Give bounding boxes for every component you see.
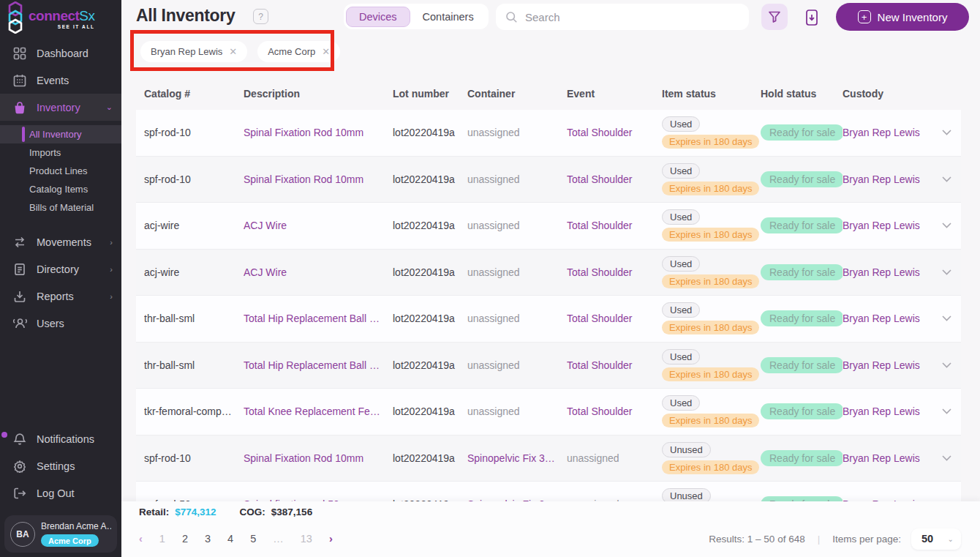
cell-event[interactable]: Total Shoulder [567, 220, 662, 231]
cell-description-link[interactable]: ACJ Wire [244, 220, 393, 231]
table-row[interactable]: tkr-femoral-comp… Total Knee Replacement… [136, 389, 961, 435]
sidebar-item-log-out[interactable]: Log Out [0, 479, 121, 506]
sidebar-item-users[interactable]: Users [0, 310, 121, 337]
sidebar-item-bills-of-material[interactable]: Bills of Material [0, 198, 121, 217]
row-expand-chevron-icon[interactable] [932, 315, 961, 321]
expiry-badge: Expires in 180 days [662, 367, 759, 381]
expiry-badge: Expires in 180 days [662, 321, 759, 334]
page-button-3[interactable]: 3 [205, 533, 211, 545]
row-expand-chevron-icon[interactable] [932, 223, 961, 228]
sidebar-item-dashboard[interactable]: Dashboard [0, 40, 121, 67]
search-input[interactable] [525, 11, 730, 23]
cell-event[interactable]: Total Shoulder [567, 173, 662, 185]
cell-event[interactable]: Total Shoulder [567, 359, 662, 371]
page-prev-button[interactable]: ‹ [139, 533, 143, 545]
sidebar-item-movements[interactable]: Movements › [0, 228, 121, 255]
sidebar-item-directory[interactable]: Directory › [0, 255, 121, 283]
cell-custody-link[interactable]: Bryan Rep Lewis [843, 359, 932, 371]
filter-button[interactable] [761, 4, 788, 30]
filter-chip[interactable]: Bryan Rep Lewis ✕ [140, 41, 247, 62]
expiry-badge: Expires in 180 days [662, 228, 759, 242]
row-expand-chevron-icon[interactable] [932, 130, 961, 135]
col-event: Event [567, 88, 662, 100]
new-inventory-button[interactable]: + New Inventory [836, 3, 969, 31]
row-expand-chevron-icon[interactable] [932, 362, 961, 368]
chevron-right-icon: › [110, 238, 113, 247]
hexagons-logo-icon [7, 1, 23, 34]
cell-description-link[interactable]: ACJ Wire [244, 266, 393, 278]
sidebar-bottom: Notifications Settings Log Out BA Brenda… [0, 425, 121, 557]
table-row[interactable]: acj-wire ACJ Wire lot20220419a unassigne… [136, 203, 961, 250]
sidebar-item-events[interactable]: Events [0, 67, 121, 94]
cell-lot-number: lot20220419a [393, 220, 467, 231]
cell-custody-link[interactable]: Bryan Rep Lewis [843, 266, 932, 278]
page-button-2[interactable]: 2 [182, 533, 188, 545]
sidebar-item-reports[interactable]: Reports › [0, 283, 121, 310]
cell-custody-link[interactable]: Bryan Rep Lewis [843, 452, 932, 464]
table-row[interactable]: spf-rod-10 Spinal Fixation Rod 10mm lot2… [136, 157, 961, 203]
cell-custody-link[interactable]: Bryan Rep Lewis [843, 173, 932, 185]
cell-event[interactable]: Total Shoulder [567, 405, 662, 417]
table-row[interactable]: thr-ball-sml Total Hip Replacement Ball … [136, 296, 961, 343]
cell-catalog: thr-ball-sml [144, 313, 244, 324]
cell-event[interactable]: Total Shoulder [567, 313, 662, 324]
row-expand-chevron-icon[interactable] [932, 455, 961, 461]
table-row[interactable]: acj-wire ACJ Wire lot20220419a unassigne… [136, 250, 961, 296]
table-row[interactable]: thr-ball-sml Total Hip Replacement Ball … [136, 343, 961, 389]
cell-container: unassigned [467, 359, 567, 371]
remove-chip-icon[interactable]: ✕ [322, 46, 330, 57]
page-button-1[interactable]: 1 [159, 533, 165, 545]
cell-event[interactable]: Total Shoulder [567, 127, 662, 138]
row-expand-chevron-icon[interactable] [932, 176, 961, 182]
avatar: BA [10, 522, 35, 547]
cell-custody-link[interactable]: Bryan Rep Lewis [843, 405, 932, 417]
table-row[interactable]: spf-rod-10 Spinal Fixation Rod 10mm lot2… [136, 110, 961, 157]
cell-custody-link[interactable]: Bryan Rep Lewis [843, 127, 932, 138]
page-button-13[interactable]: 13 [301, 533, 312, 545]
toggle-containers[interactable]: Containers [410, 7, 486, 26]
expiry-badge: Expires in 180 days [662, 460, 759, 474]
cell-event[interactable]: Total Shoulder [567, 266, 662, 278]
cell-container: unassigned [467, 405, 567, 417]
table-row[interactable]: spf-rod-10 Spinal Fixation Rod 10mm lot2… [136, 435, 961, 482]
remove-chip-icon[interactable]: ✕ [229, 46, 237, 57]
cell-description-link[interactable]: Spinal Fixation Rod 10mm [244, 173, 393, 185]
cell-description-link[interactable]: Total Hip Replacement Ball C… [244, 313, 393, 324]
cell-description-link[interactable]: Spinal Fixation Rod 10mm [244, 452, 393, 464]
page-next-button[interactable]: › [329, 533, 333, 545]
brand-tagline: SEE IT ALL [29, 25, 95, 30]
row-expand-chevron-icon[interactable] [932, 408, 961, 414]
row-expand-chevron-icon[interactable] [932, 269, 961, 275]
sidebar-item-imports[interactable]: Imports [0, 143, 121, 162]
sidebar-item-settings[interactable]: Settings [0, 452, 121, 479]
item-status-badge: Used [662, 395, 700, 411]
sidebar-item-product-lines[interactable]: Product Lines [0, 162, 121, 180]
item-status-badge: Used [662, 209, 700, 225]
sidebar-item-all-inventory[interactable]: All Inventory [0, 125, 121, 143]
filter-chip[interactable]: Acme Corp ✕ [257, 41, 340, 62]
cell-description-link[interactable]: Total Knee Replacement Fem… [244, 405, 393, 417]
chevron-down-icon: ⌄ [106, 102, 113, 112]
toggle-devices[interactable]: Devices [346, 7, 410, 27]
sidebar-nav: Dashboard Events Inventory ⌄ All Invento… [0, 40, 121, 337]
page-button-5[interactable]: 5 [250, 533, 256, 545]
cell-container[interactable]: Spinopelvic Fix 300… [467, 452, 567, 464]
items-per-page-select[interactable]: 50 ⌄ [911, 528, 961, 550]
plus-icon: + [858, 10, 871, 23]
page-ellipsis: … [273, 533, 284, 545]
cell-custody-link[interactable]: Bryan Rep Lewis [843, 220, 932, 231]
user-name: Brendan Acme A… [41, 521, 111, 531]
cell-lot-number: lot20220419a [393, 173, 467, 185]
sidebar-item-notifications[interactable]: Notifications [0, 425, 121, 452]
help-icon[interactable]: ? [253, 9, 268, 24]
page-button-4[interactable]: 4 [227, 533, 233, 545]
cell-custody-link[interactable]: Bryan Rep Lewis [843, 313, 932, 324]
download-icon [12, 289, 27, 304]
cell-description-link[interactable]: Total Hip Replacement Ball C… [244, 359, 393, 371]
sidebar-item-catalog-items[interactable]: Catalog Items [0, 180, 121, 198]
export-button[interactable] [802, 7, 822, 28]
sidebar-item-inventory[interactable]: Inventory ⌄ [0, 94, 121, 121]
cell-description-link[interactable]: Spinal Fixation Rod 10mm [244, 127, 393, 138]
user-profile-card[interactable]: BA Brendan Acme A… Acme Corp [4, 515, 117, 553]
chevron-down-icon: ⌄ [948, 535, 954, 543]
